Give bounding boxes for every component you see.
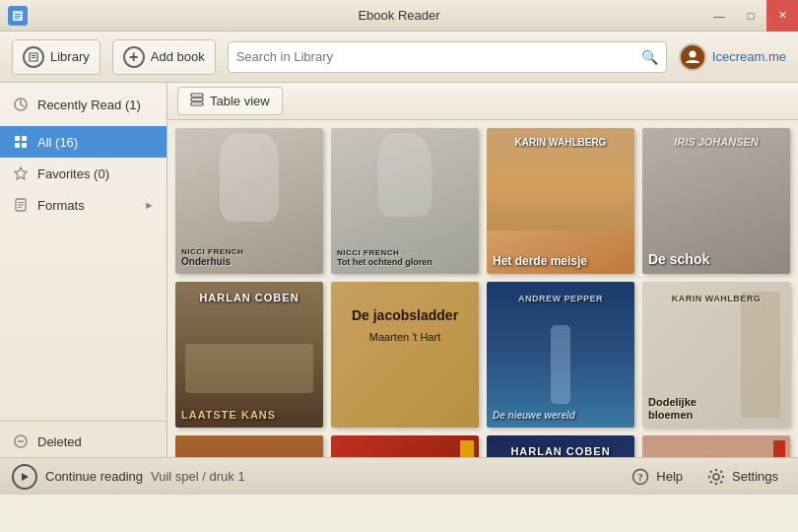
close-button[interactable]: ✕ <box>766 0 798 32</box>
all-icon <box>12 133 30 151</box>
table-view-label: Table view <box>210 94 270 108</box>
sidebar-item-all[interactable]: All (16) <box>0 126 166 158</box>
library-button[interactable]: Library <box>12 39 100 75</box>
book-author-top: HARLAN COBEN <box>493 443 629 457</box>
table-view-tab[interactable]: Table view <box>177 87 283 115</box>
help-button[interactable]: ? Help <box>623 463 691 491</box>
svg-rect-5 <box>32 57 35 58</box>
svg-rect-3 <box>15 18 19 19</box>
list-item[interactable]: HARLAN COBEN <box>487 435 634 457</box>
main-area: Recently Read (1) All (16) Favorites (0)… <box>0 83 798 457</box>
list-item[interactable] <box>642 435 790 457</box>
list-item[interactable]: De jacobsladder Maarten 't Hart <box>331 282 479 428</box>
list-item[interactable]: HARLAN COBEN LAATSTE KANS <box>175 282 323 428</box>
library-label: Library <box>50 49 90 64</box>
recently-read-label: Recently Read (1) <box>37 98 141 112</box>
book-info: Het derde meisje <box>487 248 634 274</box>
book-info: LAATSTE KANS <box>175 403 323 428</box>
view-bar: Table view <box>167 83 798 120</box>
table-view-icon <box>190 93 204 109</box>
user-label: Icecream.me <box>712 49 786 64</box>
sidebar-item-deleted[interactable]: Deleted <box>0 426 166 457</box>
formats-icon <box>12 196 30 214</box>
recently-read-icon <box>12 96 30 113</box>
help-label: Help <box>656 469 683 484</box>
book-cover: HARLAN COBEN LAATSTE KANS <box>175 282 323 428</box>
svg-rect-16 <box>18 207 22 208</box>
sidebar-item-recently-read[interactable]: Recently Read (1) <box>0 89 166 120</box>
svg-point-29 <box>722 475 724 477</box>
play-button[interactable] <box>12 464 37 490</box>
current-book-title: Vuil spel / druk 1 <box>151 469 245 484</box>
sidebar-item-formats[interactable]: Formats ► <box>0 189 166 221</box>
svg-point-31 <box>720 481 722 483</box>
svg-point-33 <box>710 481 712 483</box>
deleted-icon <box>12 432 30 450</box>
book-cover: ANDREW PEPPER De nieuwe wereld <box>487 282 634 428</box>
sidebar: Recently Read (1) All (16) Favorites (0)… <box>0 83 167 457</box>
svg-rect-1 <box>15 14 21 15</box>
book-author-top: ANDREW PEPPER <box>493 290 629 304</box>
minimize-button[interactable]: — <box>703 0 735 32</box>
book-info: Dodelijkebloemen <box>642 390 790 428</box>
settings-button[interactable]: Settings <box>698 463 786 491</box>
book-content[interactable]: Nicci French Onderhuis Nicci French Tot … <box>167 120 798 457</box>
favorites-icon <box>12 165 30 182</box>
svg-marker-12 <box>15 167 27 179</box>
sidebar-recently-read-section: Recently Read (1) <box>0 83 166 126</box>
book-info: De jacobsladder Maarten 't Hart <box>339 307 472 343</box>
list-item[interactable]: ANDREW PEPPER De nieuwe wereld <box>487 282 634 428</box>
book-cover <box>642 435 790 457</box>
help-icon: ? <box>631 467 650 487</box>
svg-point-27 <box>715 482 717 484</box>
formats-label: Formats <box>37 198 85 213</box>
search-icon: 🔍 <box>641 49 658 65</box>
avatar <box>679 43 706 71</box>
svg-point-30 <box>710 470 712 472</box>
book-cover: Nicci French Onderhuis <box>175 128 323 274</box>
book-cover: De jacobsladder Maarten 't Hart <box>331 282 479 428</box>
svg-text:?: ? <box>638 471 644 483</box>
svg-rect-15 <box>18 205 24 206</box>
book-cover <box>331 435 479 457</box>
svg-point-28 <box>708 475 710 477</box>
list-item[interactable] <box>331 435 479 457</box>
maximize-button[interactable]: □ <box>735 0 766 32</box>
svg-rect-21 <box>191 102 203 105</box>
search-area: 🔍 <box>228 41 667 73</box>
continue-reading-label: Continue reading <box>45 469 143 484</box>
add-icon: + <box>123 46 145 68</box>
book-author-top: KARIN WAHLBERG <box>648 290 784 304</box>
svg-marker-22 <box>22 473 29 481</box>
book-cover: KARIN WAHLBERG Het derde meisje <box>487 128 634 274</box>
svg-rect-9 <box>22 136 27 141</box>
list-item[interactable]: KARIN WAHLBERG Dodelijkebloemen <box>642 282 790 428</box>
list-item[interactable]: Nicci French Tot het ochtend gloren <box>331 128 479 274</box>
library-icon <box>23 46 44 68</box>
window-controls: — □ ✕ <box>703 0 798 32</box>
svg-rect-14 <box>18 202 24 203</box>
user-button[interactable]: Icecream.me <box>679 43 786 71</box>
book-grid: Nicci French Onderhuis Nicci French Tot … <box>175 128 790 457</box>
sidebar-item-favorites[interactable]: Favorites (0) <box>0 158 166 189</box>
app-icon <box>8 6 28 26</box>
book-author-top: HARLAN COBEN <box>181 290 317 304</box>
list-item[interactable]: Nicci French Onderhuis <box>175 128 323 274</box>
book-info: Nicci French Onderhuis <box>175 241 323 274</box>
settings-label: Settings <box>732 469 778 484</box>
svg-rect-2 <box>15 16 21 17</box>
list-item[interactable]: KARIN WAHLBERG Het derde meisje <box>487 128 634 274</box>
book-info: De schok <box>642 245 790 274</box>
search-input[interactable] <box>236 49 641 64</box>
svg-point-25 <box>713 474 719 480</box>
deleted-label: Deleted <box>37 434 82 449</box>
list-item[interactable]: De Vijftig tinten trilogie <box>175 435 323 457</box>
list-item[interactable]: IRIS JOHANSEN De schok <box>642 128 790 274</box>
formats-chevron: ► <box>144 199 155 211</box>
book-info: De nieuwe wereld <box>487 404 634 428</box>
statusbar: Continue reading Vuil spel / druk 1 ? He… <box>0 457 798 495</box>
svg-rect-8 <box>15 136 20 141</box>
content-wrapper: Table view Nicci French Onderhuis <box>167 83 798 457</box>
titlebar: Ebook Reader — □ ✕ <box>0 0 798 32</box>
add-book-button[interactable]: + Add book <box>112 39 216 75</box>
